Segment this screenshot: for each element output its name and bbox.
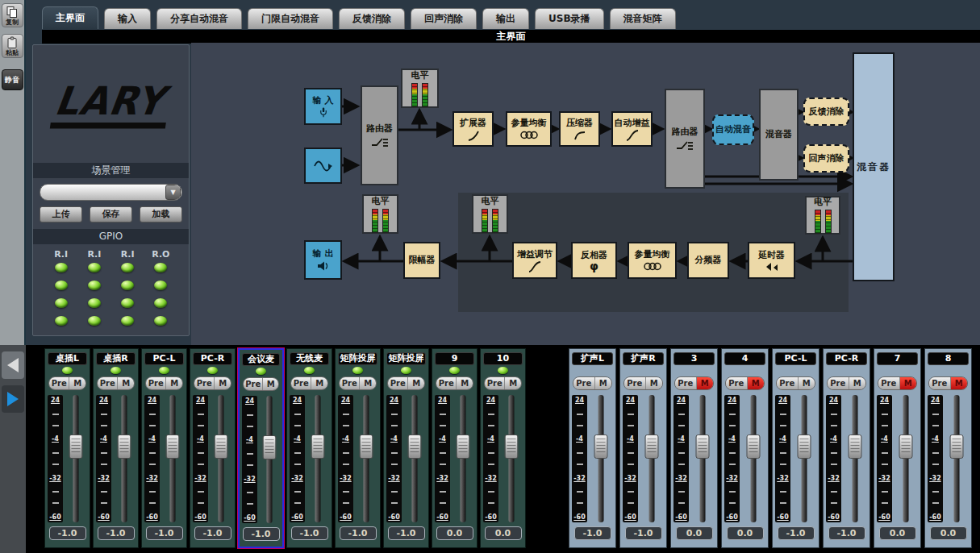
block-auto-mix[interactable]: 自动混音 bbox=[712, 114, 754, 145]
block-delay[interactable]: 延时器 bbox=[748, 242, 795, 279]
fader-track[interactable] bbox=[355, 395, 377, 522]
mute-button[interactable]: M bbox=[849, 377, 865, 389]
channel-label[interactable]: PC-L bbox=[144, 352, 184, 365]
fader-handle[interactable] bbox=[798, 434, 811, 459]
fader-track[interactable] bbox=[65, 395, 87, 522]
save-button[interactable]: 保存 bbox=[90, 206, 132, 222]
gpio-led[interactable] bbox=[121, 298, 134, 308]
mute-all-button[interactable]: 静音 bbox=[2, 69, 23, 90]
channel-label[interactable]: PC-L bbox=[775, 352, 816, 365]
gpio-led[interactable] bbox=[121, 316, 134, 326]
mute-button[interactable]: M bbox=[505, 377, 521, 389]
fader-track[interactable] bbox=[452, 395, 474, 522]
fader-handle[interactable] bbox=[118, 434, 131, 459]
pre-button[interactable]: Pre bbox=[194, 377, 215, 389]
block-level-meter-4[interactable]: 电平 bbox=[805, 196, 840, 235]
tab-5[interactable]: 反馈消除 bbox=[339, 8, 405, 29]
channel-label[interactable]: 7 bbox=[877, 352, 918, 365]
pre-button[interactable]: Pre bbox=[624, 377, 646, 389]
mute-button[interactable]: M bbox=[408, 377, 424, 389]
gpio-led[interactable] bbox=[154, 298, 167, 308]
fader-track[interactable] bbox=[500, 395, 523, 522]
channel-label[interactable]: 3 bbox=[673, 352, 715, 365]
block-parametric-eq-1[interactable]: 参量均衡 bbox=[506, 111, 552, 147]
mute-button[interactable]: M bbox=[951, 377, 967, 389]
fader-track[interactable] bbox=[894, 395, 918, 522]
tab-8[interactable]: USB录播 bbox=[535, 8, 604, 29]
gpio-led[interactable] bbox=[88, 298, 101, 308]
pre-button[interactable]: Pre bbox=[573, 377, 595, 389]
fader-handle[interactable] bbox=[594, 434, 608, 459]
tab-2[interactable]: 输入 bbox=[104, 8, 151, 29]
gpio-led[interactable] bbox=[88, 263, 101, 272]
mute-button[interactable]: M bbox=[69, 377, 85, 389]
fader-handle[interactable] bbox=[747, 434, 761, 459]
channel-label[interactable]: 扩声L bbox=[572, 352, 613, 365]
pre-button[interactable]: Pre bbox=[291, 377, 311, 389]
block-level-meter-3[interactable]: 电平 bbox=[472, 194, 508, 234]
mute-button[interactable]: M bbox=[215, 377, 231, 389]
gpio-led[interactable] bbox=[154, 281, 167, 290]
mute-button[interactable]: M bbox=[360, 377, 376, 389]
tab-9[interactable]: 混音矩阵 bbox=[610, 8, 676, 29]
pre-button[interactable]: Pre bbox=[340, 377, 360, 389]
block-feedback-cancel[interactable]: 反馈消除 bbox=[803, 98, 849, 126]
block-compressor[interactable]: 压缩器 bbox=[559, 111, 600, 147]
fader-handle[interactable] bbox=[950, 434, 964, 459]
fader-handle[interactable] bbox=[360, 434, 373, 459]
prev-page-button[interactable] bbox=[2, 351, 24, 379]
fader-track[interactable] bbox=[307, 395, 329, 522]
block-level-meter-1[interactable]: 电平 bbox=[401, 69, 439, 108]
load-button[interactable]: 加载 bbox=[140, 206, 182, 222]
block-auto-gain[interactable]: 自动增益 bbox=[611, 111, 653, 147]
channel-label[interactable]: 桌插R bbox=[96, 352, 136, 365]
fader-handle[interactable] bbox=[696, 434, 710, 459]
fader-handle[interactable] bbox=[166, 434, 180, 459]
copy-button[interactable]: 复制 bbox=[2, 3, 23, 27]
pre-button[interactable]: Pre bbox=[929, 377, 951, 389]
fader-track[interactable] bbox=[640, 395, 664, 522]
fader-track[interactable] bbox=[403, 395, 426, 522]
pre-button[interactable]: Pre bbox=[777, 377, 799, 389]
mute-button[interactable]: M bbox=[646, 377, 662, 389]
fader-track[interactable] bbox=[161, 395, 184, 522]
mute-button[interactable]: M bbox=[166, 377, 182, 389]
fader-track[interactable] bbox=[259, 396, 280, 523]
gpio-led[interactable] bbox=[88, 281, 101, 290]
fader-handle[interactable] bbox=[311, 434, 325, 459]
fader-handle[interactable] bbox=[263, 435, 277, 459]
channel-label[interactable]: 矩阵投屏 bbox=[338, 352, 377, 365]
pre-button[interactable]: Pre bbox=[244, 378, 263, 390]
fader-track[interactable] bbox=[945, 395, 969, 522]
block-limiter[interactable]: 限幅器 bbox=[403, 242, 440, 279]
fader-track[interactable] bbox=[113, 395, 136, 522]
gpio-led[interactable] bbox=[121, 263, 134, 272]
block-gain-adjust[interactable]: 增益调节 bbox=[512, 242, 557, 279]
fader-track[interactable] bbox=[589, 395, 613, 522]
fader-handle[interactable] bbox=[215, 434, 228, 459]
fader-handle[interactable] bbox=[69, 434, 83, 459]
chevron-down-icon[interactable]: ▼ bbox=[165, 185, 181, 200]
fader-handle[interactable] bbox=[408, 434, 422, 459]
tab-6[interactable]: 回声消除 bbox=[411, 8, 477, 29]
scene-dropdown[interactable]: ▼ bbox=[40, 184, 182, 201]
pre-button[interactable]: Pre bbox=[828, 377, 849, 389]
paste-button[interactable]: 粘贴 bbox=[2, 34, 23, 58]
pre-button[interactable]: Pre bbox=[436, 377, 457, 389]
channel-label[interactable]: 无线麦 bbox=[290, 352, 329, 365]
upload-button[interactable]: 上传 bbox=[40, 206, 82, 222]
channel-label[interactable]: 扩声R bbox=[623, 352, 664, 365]
fader-handle[interactable] bbox=[505, 434, 519, 459]
mute-button[interactable]: M bbox=[263, 378, 278, 390]
mute-button[interactable]: M bbox=[799, 377, 815, 389]
channel-label[interactable]: PC-R bbox=[826, 352, 867, 365]
next-page-button[interactable] bbox=[2, 385, 24, 413]
block-crossover[interactable]: 分频器 bbox=[687, 242, 729, 279]
channel-label[interactable]: 会议麦 bbox=[242, 353, 280, 366]
pre-button[interactable]: Pre bbox=[485, 377, 505, 389]
gpio-led[interactable] bbox=[121, 281, 134, 290]
block-output[interactable]: 输 出 bbox=[304, 240, 342, 280]
gpio-led[interactable] bbox=[55, 298, 68, 308]
mute-button[interactable]: M bbox=[311, 377, 327, 389]
mute-button[interactable]: M bbox=[900, 377, 916, 389]
